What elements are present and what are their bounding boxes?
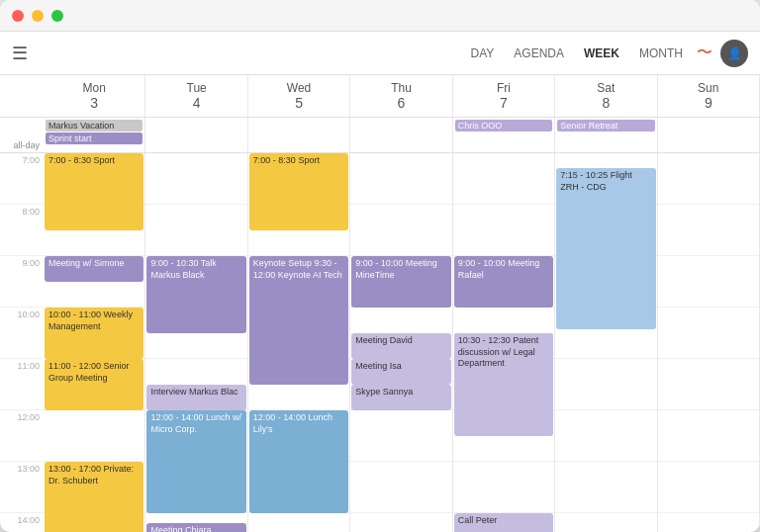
day-cell <box>145 205 246 256</box>
day-cell <box>248 513 349 532</box>
all-day-cell-sat: Senior Retreat <box>555 118 657 152</box>
day-cell <box>658 256 759 308</box>
day-cell <box>350 462 451 513</box>
calendar-header: ☰ DAY AGENDA WEEK MONTH 〜 👤 <box>0 32 760 75</box>
header-right: DAY AGENDA WEEK MONTH 〜 👤 <box>465 40 748 67</box>
all-day-cell-tue <box>145 118 247 152</box>
event-mon-2[interactable]: 10:00 - 11:00 Weekly Management <box>45 308 143 359</box>
event-tue-0[interactable]: 9:00 - 10:30 Talk Markus Black <box>146 256 245 333</box>
day-cell <box>350 410 451 462</box>
day-header-thu: Thu6 <box>350 75 452 117</box>
day-header-wed: Wed5 <box>248 75 350 117</box>
mon-col: 7:00 - 8:30 SportMeeting w/ Simone10:00 … <box>44 153 145 532</box>
header-center <box>238 49 465 57</box>
day-cell <box>453 462 554 513</box>
day-cell <box>658 359 759 410</box>
thu-col: 9:00 - 10:00 Meeting MineTimeMeeting Dav… <box>350 153 452 532</box>
event-thu-2[interactable]: Meeting Isa <box>351 359 450 385</box>
trend-icon: 〜 <box>697 43 712 63</box>
time-label: 12:00 <box>0 410 44 462</box>
day-cell <box>658 513 759 532</box>
event-tue-1[interactable]: Interview Markus Blac <box>146 385 245 410</box>
view-day-button[interactable]: DAY <box>465 43 501 64</box>
event-sat-0[interactable]: 7:15 - 10:25 Flight ZRH - CDG <box>556 168 655 329</box>
calendar-body: Mon3 Tue4 Wed5 Thu6 Fri7 Sat8 Sun9 all- <box>0 75 760 532</box>
day-cell <box>555 359 656 410</box>
all-day-event-chris-ooo[interactable]: Chris OOO <box>455 120 552 132</box>
day-header-sat: Sat8 <box>555 75 657 117</box>
event-tue-3[interactable]: 12:00 - 14:00 Lunch w/ Micro Corp. <box>146 410 245 513</box>
day-cell <box>658 462 759 513</box>
all-day-cell-thu <box>350 118 452 152</box>
time-column: 7:008:009:0010:0011:0012:0013:0014:0015:… <box>0 153 44 532</box>
tue-col: 9:00 - 10:30 Talk Markus BlackInterview … <box>145 153 247 532</box>
day-cell <box>658 410 759 462</box>
day-header-mon: Mon3 <box>44 75 145 117</box>
prev-button[interactable] <box>320 49 335 57</box>
event-thu-3[interactable]: Skype Sannya <box>351 385 450 410</box>
minimize-button[interactable] <box>32 10 44 22</box>
all-day-event-senior-retreat[interactable]: Senior Retreat <box>557 120 654 132</box>
day-cell <box>555 462 656 513</box>
calendar-window: ☰ DAY AGENDA WEEK MONTH 〜 👤 Mon3 <box>0 0 760 532</box>
event-mon-3[interactable]: 11:00 - 12:00 Senior Group Meeting <box>45 359 143 410</box>
event-wed-1[interactable]: Keynote Setup 9:30 - 12:00 Keynote AI Te… <box>249 256 348 385</box>
time-label: 9:00 <box>0 256 44 308</box>
main-grid: 7:008:009:0010:0011:0012:0013:0014:0015:… <box>0 153 760 532</box>
next-button[interactable] <box>367 49 383 57</box>
event-thu-0[interactable]: 9:00 - 10:00 Meeting MineTime <box>351 256 450 308</box>
day-cell <box>145 153 246 205</box>
event-mon-1[interactable]: Meeting w/ Simone <box>45 256 143 282</box>
day-cell <box>350 153 451 205</box>
time-label: 11:00 <box>0 359 44 410</box>
event-fri-0[interactable]: 9:00 - 10:00 Meeting Rafael <box>454 256 553 308</box>
day-cell <box>453 205 554 256</box>
time-label: 8:00 <box>0 205 44 256</box>
event-mon-4[interactable]: 13:00 - 17:00 Private: Dr. Schubert <box>45 462 143 532</box>
day-cell <box>658 153 759 205</box>
time-col-header <box>0 75 44 117</box>
event-wed-0[interactable]: 7:00 - 8:30 Sport <box>249 153 348 230</box>
time-label: 14:00 <box>0 513 44 532</box>
view-week-button[interactable]: WEEK <box>578 43 625 64</box>
day-cell <box>453 153 554 205</box>
all-day-row: all-day Markus Vacation Sprint start Chr… <box>0 118 760 153</box>
view-agenda-button[interactable]: AGENDA <box>508 43 570 64</box>
all-day-label: all-day <box>0 118 44 152</box>
event-fri-2[interactable]: 10:30 - 12:30 Patent discussion w/ Legal… <box>454 333 553 436</box>
day-cell <box>555 513 656 532</box>
day-cell <box>658 308 759 359</box>
all-day-event-markus-vacation[interactable]: Markus Vacation <box>46 120 142 132</box>
title-bar <box>0 0 760 32</box>
close-button[interactable] <box>12 10 24 22</box>
time-label: 7:00 <box>0 153 44 205</box>
event-fri-3[interactable]: Call Peter <box>454 513 553 532</box>
menu-icon[interactable]: ☰ <box>12 43 28 64</box>
time-label: 13:00 <box>0 462 44 513</box>
event-thu-1[interactable]: Meeting David <box>351 333 450 359</box>
event-wed-2[interactable]: 12:00 - 14:00 Lunch Lily's <box>249 410 348 513</box>
day-header-sun: Sun9 <box>658 75 760 117</box>
header-left: ☰ <box>12 43 238 64</box>
fri-col: 9:00 - 10:00 Meeting RafaelCall Severin1… <box>453 153 555 532</box>
maximize-button[interactable] <box>51 10 63 22</box>
sun-col: 15:30 - 18:00 Flight CDG - ZRHMeeting N <box>658 153 760 532</box>
view-month-button[interactable]: MONTH <box>633 43 689 64</box>
day-cell <box>44 410 144 462</box>
day-cell <box>555 410 656 462</box>
all-day-cell-sun <box>658 118 760 152</box>
all-day-cell-wed <box>248 118 350 152</box>
day-cell <box>350 205 451 256</box>
day-header-fri: Fri7 <box>453 75 555 117</box>
day-cell <box>658 205 759 256</box>
time-label: 10:00 <box>0 308 44 359</box>
all-day-cell-fri: Chris OOO <box>453 118 555 152</box>
avatar[interactable]: 👤 <box>720 40 748 67</box>
scrollable-grid[interactable]: 7:008:009:0010:0011:0012:0013:0014:0015:… <box>0 153 760 532</box>
day-headers: Mon3 Tue4 Wed5 Thu6 Fri7 Sat8 Sun9 <box>0 75 760 118</box>
event-tue-4[interactable]: Meeting Chiara <box>146 523 245 532</box>
all-day-event-sprint-start[interactable]: Sprint start <box>46 133 142 144</box>
event-mon-0[interactable]: 7:00 - 8:30 Sport <box>45 153 143 230</box>
sat-col: 7:15 - 10:25 Flight ZRH - CDG17:30 - 20:… <box>555 153 657 532</box>
today-button[interactable] <box>343 49 359 57</box>
